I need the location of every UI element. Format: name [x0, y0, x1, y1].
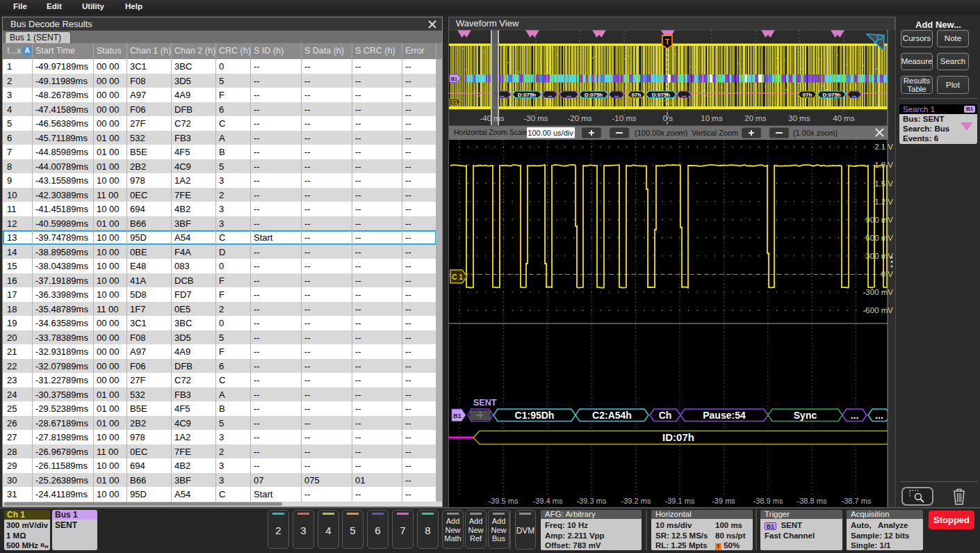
svg-text:-39.5 ms: -39.5 ms — [489, 497, 518, 505]
svg-text:ID:07h: ID:07h — [662, 431, 694, 443]
svg-text:...: ... — [852, 92, 857, 98]
svg-text:...: ... — [548, 92, 553, 98]
svg-text:D:075h: D:075h — [585, 92, 603, 98]
svg-text:0's: 0's — [663, 114, 673, 122]
svg-text:D:075h: D:075h — [823, 92, 841, 98]
svg-text:-38.7 ms: -38.7 ms — [842, 497, 872, 505]
svg-text:Horizontal Zoom Scale: Horizontal Zoom Scale — [454, 128, 528, 136]
svg-text:20 ms: 20 ms — [744, 114, 767, 122]
svg-text:0 V: 0 V — [881, 270, 894, 278]
svg-text:-40 ms: -40 ms — [480, 114, 504, 122]
svg-text:(1.00x zoom): (1.00x zoom) — [793, 129, 838, 137]
svg-text:-39.3 ms: -39.3 ms — [577, 497, 607, 505]
svg-text:-39.4 ms: -39.4 ms — [533, 497, 563, 505]
svg-text:C 1: C 1 — [452, 273, 463, 281]
svg-text:C2:A54h: C2:A54h — [592, 410, 632, 421]
svg-text:...: ... — [682, 92, 687, 98]
svg-text:SENT: SENT — [473, 398, 497, 408]
svg-text:Ch: Ch — [659, 410, 672, 421]
svg-text:-39.2 ms: -39.2 ms — [621, 497, 651, 505]
svg-text:900 mV: 900 mV — [865, 216, 893, 224]
svg-text:B1: B1 — [453, 412, 462, 419]
svg-text:Pause:54: Pause:54 — [703, 410, 746, 421]
svg-text:-10 ms: -10 ms — [612, 114, 636, 122]
svg-text:-30 ms: -30 ms — [523, 114, 548, 122]
svg-text:30 ms: 30 ms — [788, 114, 810, 122]
svg-text:Sync: Sync — [794, 410, 817, 421]
svg-text:10 ms: 10 ms — [701, 114, 723, 122]
svg-text:Vertical Zoom: Vertical Zoom — [692, 129, 738, 137]
svg-text:1.5 V: 1.5 V — [874, 179, 893, 188]
svg-text:1.8 V: 1.8 V — [874, 161, 893, 169]
svg-text:-39 ms: -39 ms — [712, 497, 735, 505]
svg-text:B1: B1 — [451, 77, 457, 81]
svg-text:-38.9 ms: -38.9 ms — [753, 497, 783, 505]
svg-text:-39.1 ms: -39.1 ms — [665, 497, 695, 505]
svg-text:07h: 07h — [803, 92, 812, 98]
svg-text:2.1 V: 2.1 V — [874, 143, 893, 151]
svg-text:-300 mV: -300 mV — [863, 288, 894, 296]
svg-text:1.2 V: 1.2 V — [874, 198, 893, 206]
svg-text:...: ... — [614, 92, 619, 98]
svg-text:(100.00x zoom): (100.00x zoom) — [635, 129, 687, 137]
svg-text:07h: 07h — [632, 92, 642, 98]
svg-text:300 mV: 300 mV — [865, 252, 893, 260]
svg-text:D:075h: D:075h — [518, 92, 536, 98]
svg-text:600 mV: 600 mV — [865, 234, 893, 242]
svg-text:...: ... — [875, 410, 883, 421]
svg-text:C1: C1 — [451, 99, 457, 104]
svg-text:-38.8 ms: -38.8 ms — [797, 497, 827, 505]
svg-text:...: ... — [851, 410, 859, 421]
svg-text:...: ... — [500, 92, 505, 98]
svg-text:Waveform View: Waveform View — [456, 18, 519, 29]
svg-text:40 ms: 40 ms — [833, 114, 855, 122]
svg-text:-600 mV: -600 mV — [863, 306, 894, 314]
svg-text:T: T — [665, 38, 670, 46]
svg-text:C1:95Dh: C1:95Dh — [515, 410, 555, 421]
svg-text:...: ... — [566, 92, 571, 98]
svg-text:100.00 us/div: 100.00 us/div — [528, 129, 573, 137]
svg-text:-20 ms: -20 ms — [567, 114, 591, 122]
